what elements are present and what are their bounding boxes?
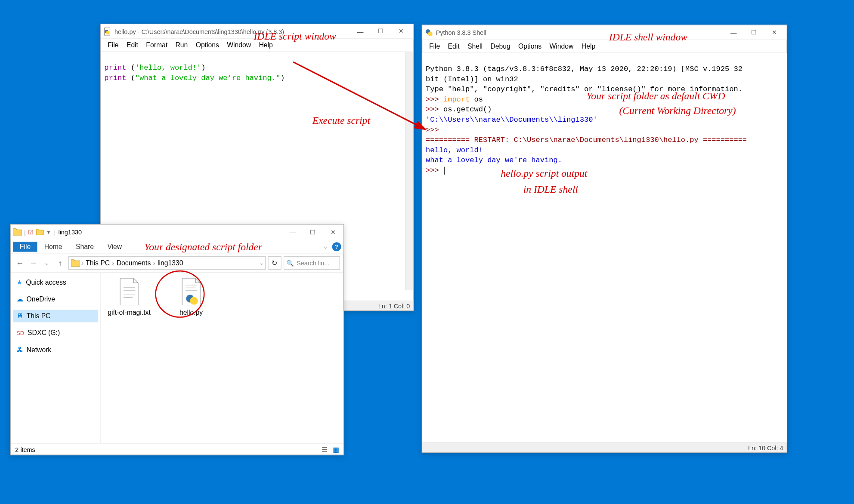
- help-icon[interactable]: ?: [332, 242, 341, 251]
- menu-shell[interactable]: Shell: [464, 41, 486, 52]
- qa-checkbox-icon[interactable]: ☑: [28, 228, 34, 236]
- annotation-script-window: IDLE script window: [254, 31, 336, 43]
- search-icon: 🔍: [286, 259, 294, 267]
- file-txt[interactable]: gift-of-magi.txt: [107, 278, 152, 317]
- refresh-icon: ↻: [272, 259, 277, 267]
- menu-debug[interactable]: Debug: [487, 41, 514, 52]
- tab-home[interactable]: Home: [37, 241, 69, 252]
- folder-small-icon: [36, 228, 43, 236]
- menu-options[interactable]: Options: [192, 40, 223, 50]
- forward-button[interactable]: →: [28, 258, 39, 267]
- explorer-statusbar: 2 items ☰ ▦: [11, 443, 343, 455]
- python-file-icon: [103, 27, 112, 36]
- editor-scrollbar[interactable]: [405, 52, 413, 290]
- maximize-button[interactable]: ☐: [371, 25, 391, 38]
- star-icon: ★: [16, 278, 22, 286]
- annotation-execute: Execute script: [313, 115, 370, 127]
- annotation-shell-window: IDLE shell window: [609, 31, 687, 43]
- menu-edit[interactable]: Edit: [123, 40, 142, 50]
- crumb-documents[interactable]: Documents: [115, 259, 152, 267]
- up-button[interactable]: ↑: [55, 258, 66, 267]
- explorer-titlebar[interactable]: | ☑ ▼ | ling1330 — ☐ ✕: [11, 225, 343, 240]
- file-label: hello.py: [179, 309, 203, 317]
- nav-network[interactable]: 🖧 Network: [13, 344, 98, 356]
- tab-file[interactable]: File: [13, 241, 37, 252]
- folder-icon: [13, 227, 22, 237]
- nav-quick-access[interactable]: ★ Quick access: [13, 276, 98, 289]
- text-file-icon: [116, 278, 143, 305]
- tab-view[interactable]: View: [101, 241, 129, 252]
- pc-icon: 🖥: [16, 312, 23, 320]
- menu-window[interactable]: Window: [223, 40, 254, 50]
- recent-dropdown[interactable]: ⌵: [41, 260, 53, 266]
- shell-cursor-pos: Ln: 10 Col: 4: [748, 444, 783, 451]
- search-input[interactable]: 🔍 Search lin...: [284, 256, 340, 270]
- large-icons-view-icon[interactable]: ▦: [333, 446, 339, 453]
- annotation-cwd1: Your script folder as default CWD: [586, 90, 725, 102]
- minimize-button[interactable]: —: [282, 225, 303, 239]
- file-label: gift-of-magi.txt: [108, 309, 151, 317]
- annotation-cwd2: (Current Working Directory): [619, 105, 736, 117]
- annotation-output2: in IDLE shell: [523, 184, 578, 196]
- tab-share[interactable]: Share: [69, 241, 100, 252]
- breadcrumb-dropdown-icon[interactable]: ⌵: [260, 260, 263, 266]
- chevron-right-icon[interactable]: ›: [112, 259, 114, 267]
- svg-point-4: [428, 31, 432, 36]
- minimize-button[interactable]: —: [724, 26, 744, 39]
- shell-menubar: File Edit Shell Debug Options Window Hel…: [422, 40, 786, 53]
- file-py[interactable]: hello.py: [169, 278, 214, 317]
- menu-format[interactable]: Format: [142, 40, 171, 50]
- refresh-button[interactable]: ↻: [268, 256, 281, 270]
- close-button[interactable]: ✕: [764, 26, 784, 39]
- close-button[interactable]: ✕: [391, 25, 411, 38]
- file-explorer-window: | ☑ ▼ | ling1330 — ☐ ✕ File Home Share V…: [10, 224, 344, 455]
- python-file-icon: [178, 278, 205, 305]
- text-cursor: [445, 166, 445, 174]
- menu-window[interactable]: Window: [546, 41, 577, 52]
- shell-statusbar: Ln: 10 Col: 4: [422, 442, 786, 452]
- ribbon-expand-icon[interactable]: ⌵: [324, 243, 328, 249]
- back-button[interactable]: ←: [14, 258, 25, 267]
- explorer-title: ling1330: [58, 229, 81, 236]
- file-content-pane[interactable]: gift-of-magi.txt hello.py: [101, 273, 343, 443]
- editor-cursor-pos: Ln: 1 Col: 0: [378, 302, 410, 309]
- sd-card-icon: SD: [16, 330, 24, 336]
- item-count: 2 items: [15, 446, 35, 453]
- folder-icon: [71, 258, 80, 268]
- menu-edit[interactable]: Edit: [445, 41, 463, 52]
- chevron-right-icon[interactable]: ›: [153, 259, 155, 267]
- svg-point-2: [106, 31, 109, 34]
- chevron-right-icon[interactable]: ›: [81, 259, 84, 267]
- close-button[interactable]: ✕: [323, 225, 343, 239]
- nav-sdxc[interactable]: SD SDXC (G:): [13, 327, 98, 339]
- details-view-icon[interactable]: ☰: [322, 446, 328, 453]
- shell-titlebar[interactable]: Python 3.8.3 Shell — ☐ ✕: [422, 25, 786, 40]
- nav-this-pc[interactable]: 🖥 This PC: [13, 310, 98, 322]
- nav-onedrive[interactable]: ☁ OneDrive: [13, 293, 98, 305]
- crumb-ling1330[interactable]: ling1330: [156, 259, 184, 267]
- annotation-folder: Your designated script folder: [144, 241, 262, 253]
- annotation-output1: hello.py script output: [501, 168, 587, 180]
- minimize-button[interactable]: —: [350, 25, 371, 38]
- maximize-button[interactable]: ☐: [303, 225, 323, 239]
- svg-point-13: [190, 297, 198, 304]
- python-icon: [424, 28, 433, 37]
- network-icon: 🖧: [16, 346, 23, 353]
- idle-shell-window: Python 3.8.3 Shell — ☐ ✕ File Edit Shell…: [422, 25, 787, 453]
- navigation-pane: ★ Quick access ☁ OneDrive 🖥 This PC SD S…: [11, 273, 101, 443]
- explorer-navbar: ← → ⌵ ↑ › This PC › Documents › ling1330…: [11, 254, 343, 273]
- maximize-button[interactable]: ☐: [744, 26, 764, 39]
- menu-file[interactable]: File: [104, 40, 122, 50]
- menu-run[interactable]: Run: [172, 40, 192, 50]
- menu-help[interactable]: Help: [578, 41, 599, 52]
- qa-dropdown-icon[interactable]: ▼: [46, 229, 51, 235]
- menu-options[interactable]: Options: [515, 41, 545, 52]
- menu-file[interactable]: File: [426, 41, 443, 52]
- crumb-this-pc[interactable]: This PC: [84, 259, 111, 267]
- breadcrumb[interactable]: › This PC › Documents › ling1330 ⌵: [68, 256, 266, 270]
- cloud-icon: ☁: [16, 295, 23, 303]
- search-placeholder: Search lin...: [297, 260, 329, 267]
